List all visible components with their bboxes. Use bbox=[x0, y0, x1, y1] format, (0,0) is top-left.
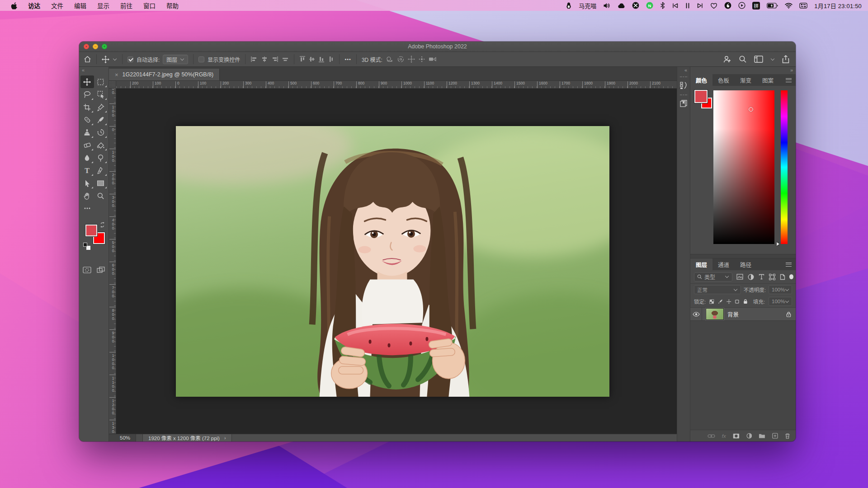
tab-swatches[interactable]: 色板 bbox=[712, 74, 735, 86]
layer-style-fx-button[interactable]: fx bbox=[722, 433, 726, 439]
new-adjustment-layer-icon[interactable] bbox=[746, 433, 752, 439]
layer-row-background[interactable]: 背景 bbox=[690, 307, 796, 321]
zoom-window-button[interactable]: + bbox=[102, 44, 107, 49]
new-layer-icon[interactable] bbox=[772, 433, 778, 439]
ruler-vertical[interactable]: 2001000100200300400500600700800900100011… bbox=[109, 89, 116, 434]
hue-slider[interactable] bbox=[781, 90, 788, 244]
object-selection-tool[interactable] bbox=[94, 88, 108, 101]
shape-tool[interactable] bbox=[94, 177, 108, 189]
show-transform-checkbox[interactable] bbox=[198, 56, 204, 62]
foreground-color-swatch[interactable] bbox=[85, 225, 97, 236]
wifi-icon[interactable] bbox=[785, 3, 793, 9]
distribute-horizontal-icon[interactable] bbox=[282, 56, 289, 62]
3d-roll-icon[interactable] bbox=[397, 56, 405, 63]
eyedropper-tool[interactable] bbox=[94, 101, 108, 113]
share-document-icon[interactable] bbox=[723, 55, 731, 63]
tab-layers[interactable]: 图层 bbox=[690, 258, 712, 270]
fill-dropdown[interactable]: 100% bbox=[769, 297, 792, 306]
move-tool[interactable] bbox=[80, 75, 94, 88]
align-top-edges-icon[interactable] bbox=[299, 56, 306, 63]
menu-file[interactable]: 文件 bbox=[46, 1, 68, 10]
color-panel-menu-icon[interactable] bbox=[786, 78, 792, 82]
screen-mode-button[interactable] bbox=[94, 263, 108, 276]
hand-tool[interactable] bbox=[80, 189, 94, 202]
quick-mask-mode-button[interactable] bbox=[80, 263, 94, 276]
minimize-window-button[interactable]: − bbox=[93, 44, 98, 49]
layer-filter-dropdown[interactable]: 类型 bbox=[694, 272, 732, 282]
blur-tool[interactable] bbox=[80, 151, 94, 164]
blend-mode-dropdown[interactable]: 正常 bbox=[694, 285, 741, 294]
alfred-circle-icon[interactable] bbox=[632, 2, 639, 9]
color-picker-ring[interactable] bbox=[749, 107, 753, 112]
control-center-icon[interactable] bbox=[799, 3, 807, 9]
brush-tool[interactable] bbox=[94, 113, 108, 126]
zoom-tool[interactable] bbox=[94, 189, 108, 202]
link-layers-icon[interactable] bbox=[708, 434, 715, 438]
volume-icon[interactable] bbox=[603, 2, 611, 9]
tab-close-icon[interactable]: × bbox=[115, 71, 118, 78]
lock-pixels-icon[interactable] bbox=[718, 299, 723, 305]
status-chevron-icon[interactable]: › bbox=[224, 435, 226, 441]
tab-color[interactable]: 颜色 bbox=[690, 74, 712, 86]
filter-adjustment-layers-icon[interactable] bbox=[748, 274, 754, 280]
filter-smart-objects-icon[interactable] bbox=[780, 274, 785, 280]
document-info[interactable]: 1920 像素 x 1200 像素 (72 ppi) › bbox=[142, 434, 232, 441]
home-screen-icon[interactable] bbox=[84, 56, 91, 63]
add-layer-mask-icon[interactable] bbox=[733, 433, 740, 439]
auto-select-dropdown[interactable]: 图层 bbox=[163, 55, 188, 64]
zoom-level-field[interactable]: 50% bbox=[109, 434, 136, 441]
default-colors-icon[interactable] bbox=[83, 243, 90, 250]
dodge-tool[interactable] bbox=[94, 151, 108, 164]
3d-slide-icon[interactable] bbox=[418, 56, 425, 63]
workspace-switcher-icon[interactable] bbox=[754, 56, 763, 63]
media-previous-icon[interactable] bbox=[672, 3, 679, 9]
pen-tool[interactable] bbox=[94, 164, 108, 177]
menu-go[interactable]: 前往 bbox=[115, 1, 137, 10]
window-titlebar[interactable]: × − + Adobe Photoshop 2022 bbox=[79, 42, 796, 52]
type-tool[interactable]: T bbox=[80, 164, 94, 177]
canvas-image[interactable] bbox=[176, 126, 609, 397]
layer-thumbnail[interactable] bbox=[706, 308, 724, 320]
tab-channels[interactable]: 通道 bbox=[712, 258, 735, 270]
hue-slider-arrow[interactable] bbox=[777, 242, 779, 246]
3d-orbit-icon[interactable] bbox=[386, 56, 394, 63]
canvas-pasteboard[interactable] bbox=[116, 89, 677, 434]
clone-stamp-tool[interactable] bbox=[80, 126, 94, 139]
libraries-panel-icon[interactable] bbox=[678, 97, 689, 110]
music-app-icon[interactable] bbox=[724, 2, 731, 9]
menu-window[interactable]: 窗口 bbox=[138, 1, 160, 10]
align-vertical-centers-icon[interactable] bbox=[309, 56, 315, 63]
tab-gradients[interactable]: 渐变 bbox=[735, 74, 757, 86]
3d-pan-icon[interactable] bbox=[408, 56, 415, 63]
heart-icon[interactable] bbox=[710, 2, 717, 9]
dock-collapse-button[interactable]: « bbox=[677, 67, 690, 74]
tool-preset-chevron-icon[interactable] bbox=[113, 56, 117, 60]
new-group-icon[interactable] bbox=[759, 433, 765, 439]
tab-patterns[interactable]: 图案 bbox=[757, 74, 779, 86]
input-method-badge[interactable]: 拼 bbox=[752, 2, 760, 9]
align-right-edges-icon[interactable] bbox=[271, 56, 278, 62]
apple-menu-icon[interactable] bbox=[6, 2, 22, 9]
filter-shape-layers-icon[interactable] bbox=[769, 274, 775, 280]
crop-tool[interactable] bbox=[80, 101, 94, 113]
lock-transparency-icon[interactable] bbox=[709, 299, 714, 305]
menubar-clock[interactable]: 1月17日 23:01:50 bbox=[814, 1, 862, 10]
tab-paths[interactable]: 路径 bbox=[735, 258, 757, 270]
3d-camera-icon[interactable] bbox=[429, 56, 437, 62]
edit-toolbar-ellipsis[interactable] bbox=[80, 202, 94, 215]
lock-position-icon[interactable] bbox=[726, 299, 731, 305]
lasso-tool[interactable] bbox=[80, 88, 94, 101]
play-circle-icon[interactable] bbox=[738, 2, 745, 9]
panels-collapse-button[interactable]: » bbox=[690, 67, 796, 74]
align-bottom-edges-icon[interactable] bbox=[318, 56, 325, 63]
filter-on-off-toggle[interactable] bbox=[789, 274, 793, 279]
menu-finder[interactable]: 访达 bbox=[23, 1, 45, 10]
menu-view[interactable]: 显示 bbox=[92, 1, 114, 10]
menu-help[interactable]: 帮助 bbox=[161, 1, 184, 10]
cloud-app-icon[interactable] bbox=[618, 2, 625, 9]
align-horizontal-centers-icon[interactable] bbox=[261, 56, 268, 62]
history-brush-tool[interactable] bbox=[94, 126, 108, 139]
auto-select-checkbox[interactable] bbox=[127, 56, 133, 62]
media-pause-icon[interactable] bbox=[685, 3, 690, 9]
green-n-badge-icon[interactable]: N bbox=[646, 2, 653, 9]
